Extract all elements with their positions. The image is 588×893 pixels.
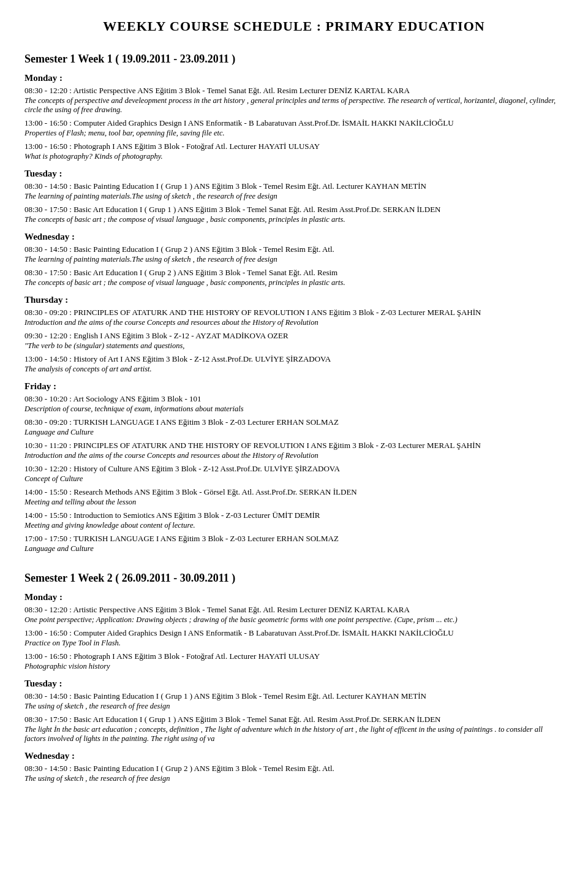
course-desc: The light İn the basic art education ; c… xyxy=(24,725,564,743)
day-label: Friday : xyxy=(24,381,564,392)
course-header: 14:00 - 15:50 : Research Methods ANS Eği… xyxy=(24,487,564,497)
course-desc: Description of course, technique of exam… xyxy=(24,405,564,414)
course-header: 08:30 - 14:50 : Basic Painting Education… xyxy=(24,245,564,254)
course-desc: Meeting and telling about the lesson xyxy=(24,498,564,507)
course-block: 08:30 - 09:20 : PRINCIPLES OF ATATURK AN… xyxy=(24,308,564,327)
course-desc: One point perspective; Application: Draw… xyxy=(24,615,564,625)
course-desc: The analysis of concepts of art and arti… xyxy=(24,365,564,374)
course-block: 13:00 - 16:50 : Photograph I ANS Eğitim … xyxy=(24,652,564,671)
day-label: Monday : xyxy=(24,73,564,83)
day-block: Wednesday :08:30 - 14:50 : Basic Paintin… xyxy=(24,232,564,287)
course-block: 08:30 - 17:50 : Basic Art Education I ( … xyxy=(24,268,564,287)
course-header: 08:30 - 12:20 : Artistic Perspective ANS… xyxy=(24,605,564,615)
course-block: 13:00 - 14:50 : History of Art I ANS Eği… xyxy=(24,354,564,374)
day-block: Tuesday :08:30 - 14:50 : Basic Painting … xyxy=(24,169,564,224)
course-block: 08:30 - 12:20 : Artistic Perspective ANS… xyxy=(24,605,564,625)
course-block: 08:30 - 14:50 : Basic Painting Education… xyxy=(24,245,564,264)
day-block: Friday :08:30 - 10:20 : Art Sociology AN… xyxy=(24,381,564,553)
course-header: 13:00 - 16:50 : Computer Aided Graphics … xyxy=(24,628,564,638)
course-header: 09:30 - 12:20 : English I ANS Eğitim 3 B… xyxy=(24,331,564,341)
course-header: 08:30 - 09:20 : TURKISH LANGUAGE I ANS E… xyxy=(24,417,564,427)
course-desc: What is photography? Kinds of photograph… xyxy=(24,152,564,161)
day-block: Tuesday :08:30 - 14:50 : Basic Painting … xyxy=(24,678,564,743)
course-header: 13:00 - 14:50 : History of Art I ANS Eği… xyxy=(24,354,564,364)
course-header: 08:30 - 14:50 : Basic Painting Education… xyxy=(24,691,564,701)
day-block: Wednesday :08:30 - 14:50 : Basic Paintin… xyxy=(24,751,564,783)
course-header: 08:30 - 12:20 : Artistic Perspective ANS… xyxy=(24,86,564,96)
course-desc: The learning of painting materials.The u… xyxy=(24,255,564,264)
course-desc: The using of sketch , the research of fr… xyxy=(24,702,564,711)
course-desc: The learning of painting materials.The u… xyxy=(24,192,564,201)
course-desc: Introduction and the aims of the course … xyxy=(24,318,564,327)
course-header: 13:00 - 16:50 : Photograph I ANS Eğitim … xyxy=(24,142,564,151)
day-block: Monday :08:30 - 12:20 : Artistic Perspec… xyxy=(24,73,564,161)
course-block: 14:00 - 15:50 : Introduction to Semiotic… xyxy=(24,511,564,530)
day-block: Monday :08:30 - 12:20 : Artistic Perspec… xyxy=(24,592,564,671)
course-block: 17:00 - 17:50 : TURKISH LANGUAGE I ANS E… xyxy=(24,534,564,553)
course-block: 08:30 - 12:20 : Artistic Perspective ANS… xyxy=(24,86,564,115)
course-header: 10:30 - 12:20 : History of Culture ANS E… xyxy=(24,464,564,474)
course-block: 10:30 - 11:20 : PRINCIPLES OF ATATURK AN… xyxy=(24,441,564,460)
course-header: 08:30 - 17:50 : Basic Art Education I ( … xyxy=(24,268,564,278)
course-header: 13:00 - 16:50 : Computer Aided Graphics … xyxy=(24,118,564,128)
course-block: 08:30 - 14:50 : Basic Painting Education… xyxy=(24,181,564,201)
course-header: 08:30 - 14:50 : Basic Painting Education… xyxy=(24,181,564,191)
course-desc: The concepts of perspective and develeop… xyxy=(24,96,564,115)
course-block: 13:00 - 16:50 : Computer Aided Graphics … xyxy=(24,118,564,138)
course-block: 10:30 - 12:20 : History of Culture ANS E… xyxy=(24,464,564,484)
course-desc: Practice on Type Tool in Flash. xyxy=(24,639,564,648)
course-header: 10:30 - 11:20 : PRINCIPLES OF ATATURK AN… xyxy=(24,441,564,450)
course-header: 08:30 - 09:20 : PRINCIPLES OF ATATURK AN… xyxy=(24,308,564,317)
course-header: 13:00 - 16:50 : Photograph I ANS Eğitim … xyxy=(24,652,564,661)
course-block: 08:30 - 10:20 : Art Sociology ANS Eğitim… xyxy=(24,394,564,414)
course-desc: The concepts of basic art ; the compose … xyxy=(24,215,564,224)
course-header: 08:30 - 17:50 : Basic Art Education I ( … xyxy=(24,715,564,724)
course-block: 08:30 - 17:50 : Basic Art Education I ( … xyxy=(24,205,564,224)
course-block: 08:30 - 14:50 : Basic Painting Education… xyxy=(24,691,564,711)
course-block: 08:30 - 09:20 : TURKISH LANGUAGE I ANS E… xyxy=(24,417,564,437)
course-header: 08:30 - 17:50 : Basic Art Education I ( … xyxy=(24,205,564,215)
semester2-content: Monday :08:30 - 12:20 : Artistic Perspec… xyxy=(24,592,564,783)
day-label: Wednesday : xyxy=(24,232,564,242)
course-header: 08:30 - 14:50 : Basic Painting Education… xyxy=(24,764,564,773)
day-block: Thursday :08:30 - 09:20 : PRINCIPLES OF … xyxy=(24,295,564,374)
course-block: 09:30 - 12:20 : English I ANS Eğitim 3 B… xyxy=(24,331,564,351)
course-desc: Meeting and giving knowledge about conte… xyxy=(24,521,564,530)
course-desc: Properties of Flash; menu, tool bar, ope… xyxy=(24,129,564,138)
semester1-heading: Semester 1 Week 1 ( 19.09.2011 - 23.09.2… xyxy=(24,53,564,66)
course-block: 14:00 - 15:50 : Research Methods ANS Eği… xyxy=(24,487,564,507)
semester2-heading: Semester 1 Week 2 ( 26.09.2011 - 30.09.2… xyxy=(24,572,564,585)
day-label: Tuesday : xyxy=(24,169,564,179)
course-header: 17:00 - 17:50 : TURKISH LANGUAGE I ANS E… xyxy=(24,534,564,544)
course-desc: Photographic vision history xyxy=(24,662,564,671)
course-block: 13:00 - 16:50 : Photograph I ANS Eğitim … xyxy=(24,142,564,161)
course-desc: The concepts of basic art ; the compose … xyxy=(24,278,564,287)
course-block: 13:00 - 16:50 : Computer Aided Graphics … xyxy=(24,628,564,648)
day-label: Tuesday : xyxy=(24,678,564,689)
semester1-content: Monday :08:30 - 12:20 : Artistic Perspec… xyxy=(24,73,564,553)
course-desc: Introduction and the aims of the course … xyxy=(24,451,564,460)
course-header: 14:00 - 15:50 : Introduction to Semiotic… xyxy=(24,511,564,520)
course-desc: The using of sketch , the research of fr… xyxy=(24,774,564,783)
day-label: Monday : xyxy=(24,592,564,602)
page-title: WEEKLY COURSE SCHEDULE : PRIMARY EDUCATI… xyxy=(24,18,564,34)
course-block: 08:30 - 14:50 : Basic Painting Education… xyxy=(24,764,564,783)
course-desc: Language and Culture xyxy=(24,428,564,437)
course-desc: "The verb to be (singular) statements an… xyxy=(24,341,564,351)
day-label: Wednesday : xyxy=(24,751,564,761)
course-block: 08:30 - 17:50 : Basic Art Education I ( … xyxy=(24,715,564,743)
course-header: 08:30 - 10:20 : Art Sociology ANS Eğitim… xyxy=(24,394,564,404)
day-label: Thursday : xyxy=(24,295,564,305)
course-desc: Concept of Culture xyxy=(24,474,564,484)
course-desc: Language and Culture xyxy=(24,544,564,553)
